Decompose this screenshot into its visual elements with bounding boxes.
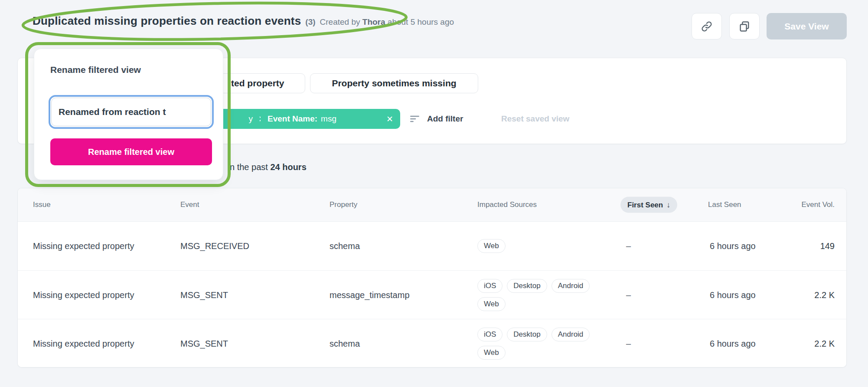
sort-descending-icon: ↓ <box>666 200 670 210</box>
filter-icon <box>409 113 421 125</box>
sources-cell: Web <box>477 239 506 253</box>
close-icon[interactable]: ✕ <box>386 115 393 123</box>
property-cell: schema <box>330 338 360 348</box>
table-body: Missing expected propertyMSG_RECEIVEDsch… <box>18 222 846 367</box>
page-title: Duplicated missing properties on reactio… <box>33 14 301 28</box>
source-badge: iOS <box>477 328 503 341</box>
sources-cell: iOSDesktopAndroidWeb <box>477 328 590 360</box>
source-badge: Android <box>551 279 590 293</box>
first-seen-cell: – <box>626 241 631 251</box>
first-seen-cell: – <box>626 338 631 348</box>
table-header-row: Issue Event Property Impacted Sources Fi… <box>18 188 846 222</box>
event-name-filter-tag[interactable]: Event Name: msg ✕ <box>261 109 400 129</box>
created-by-name: Thora <box>362 17 385 26</box>
issue-cell: Missing expected property <box>33 241 134 251</box>
source-badge-line: Web <box>477 346 590 360</box>
last-seen-cell: 6 hours ago <box>710 338 756 348</box>
source-badge: Android <box>551 328 590 341</box>
rename-popup-heading: Rename filtered view <box>50 65 141 75</box>
source-badge-line: iOSDesktopAndroid <box>477 328 590 341</box>
created-by-time: about 5 hours ago <box>388 17 454 26</box>
chip-label: Property sometimes missing <box>332 78 456 89</box>
save-view-button[interactable]: Save View <box>767 13 847 39</box>
copy-link-button[interactable] <box>692 13 722 39</box>
reset-saved-view-button[interactable]: Reset saved view <box>501 109 569 129</box>
source-badge-line: Web <box>477 297 590 311</box>
event-cell: MSG_SENT <box>180 338 228 348</box>
summary-bold: 24 hours <box>270 162 306 172</box>
issue-cell: Missing expected property <box>33 338 134 348</box>
table-row[interactable]: Missing expected propertyMSG_RECEIVEDsch… <box>18 222 846 270</box>
property-cell: schema <box>330 241 360 251</box>
created-by-meta: Created by Thora about 5 hours ago <box>320 17 454 27</box>
event-cell: MSG_RECEIVED <box>180 241 249 251</box>
rename-input[interactable] <box>51 98 211 126</box>
duplicate-view-button[interactable] <box>729 13 760 39</box>
source-badge: Web <box>477 297 506 311</box>
property-sometimes-missing-chip[interactable]: Property sometimes missing <box>310 73 478 93</box>
last-seen-cell: 6 hours ago <box>710 290 756 300</box>
link-icon <box>701 20 713 33</box>
tag-value: msg <box>321 114 336 124</box>
tag-label: Event Name: <box>268 114 317 124</box>
event-vol-cell: 2.2 K <box>814 338 835 348</box>
source-badge-line: iOSDesktopAndroid <box>477 279 590 293</box>
rename-input-wrapper <box>49 95 214 129</box>
event-cell: MSG_SENT <box>180 290 228 300</box>
page-header: Duplicated missing properties on reactio… <box>33 14 454 28</box>
issues-page: Duplicated missing properties on reactio… <box>0 0 868 387</box>
source-badge: Desktop <box>507 328 547 341</box>
created-by-prefix: Created by <box>320 17 360 26</box>
chip-label: ted property <box>231 78 284 89</box>
column-header-last-seen[interactable]: Last Seen <box>708 200 741 209</box>
rename-popup: Rename filtered view Rename filtered vie… <box>34 49 223 180</box>
issues-summary-text: n the past 24 hours <box>230 162 307 172</box>
table-row[interactable]: Missing expected propertyMSG_SENTmessage… <box>18 270 846 319</box>
source-badge: iOS <box>477 279 503 293</box>
column-header-first-seen-sorted[interactable]: First Seen ↓ <box>620 197 677 213</box>
event-vol-cell: 2.2 K <box>814 290 835 300</box>
summary-prefix: n the past <box>230 162 270 172</box>
source-badge: Desktop <box>507 279 547 293</box>
property-cell: message_timestamp <box>330 290 410 300</box>
event-vol-cell: 149 <box>820 241 835 251</box>
column-header-event-vol[interactable]: Event Vol. <box>801 200 835 209</box>
source-badge: Web <box>477 346 506 360</box>
tag-label: y <box>249 114 253 124</box>
issue-type-chip-partial[interactable]: ted property <box>219 73 305 93</box>
issue-cell: Missing expected property <box>33 290 134 300</box>
rename-confirm-button[interactable]: Rename filtered view <box>50 138 212 165</box>
copy-icon <box>738 20 751 33</box>
column-header-event[interactable]: Event <box>180 200 199 209</box>
column-header-issue[interactable]: Issue <box>33 200 51 209</box>
source-badge-line: Web <box>477 239 506 253</box>
column-header-property[interactable]: Property <box>330 200 357 209</box>
first-seen-cell: – <box>626 290 631 300</box>
column-header-impacted-sources[interactable]: Impacted Sources <box>477 200 537 209</box>
issue-count: (3) <box>305 17 315 27</box>
add-filter-label: Add filter <box>427 114 463 124</box>
issues-table: Issue Event Property Impacted Sources Fi… <box>17 188 847 367</box>
add-filter-button[interactable]: Add filter <box>409 109 463 129</box>
sources-cell: iOSDesktopAndroidWeb <box>477 279 590 311</box>
table-row[interactable]: Missing expected propertyMSG_SENTschemai… <box>18 319 846 367</box>
first-seen-label: First Seen <box>627 200 663 209</box>
last-seen-cell: 6 hours ago <box>710 241 756 251</box>
source-badge: Web <box>477 239 506 253</box>
